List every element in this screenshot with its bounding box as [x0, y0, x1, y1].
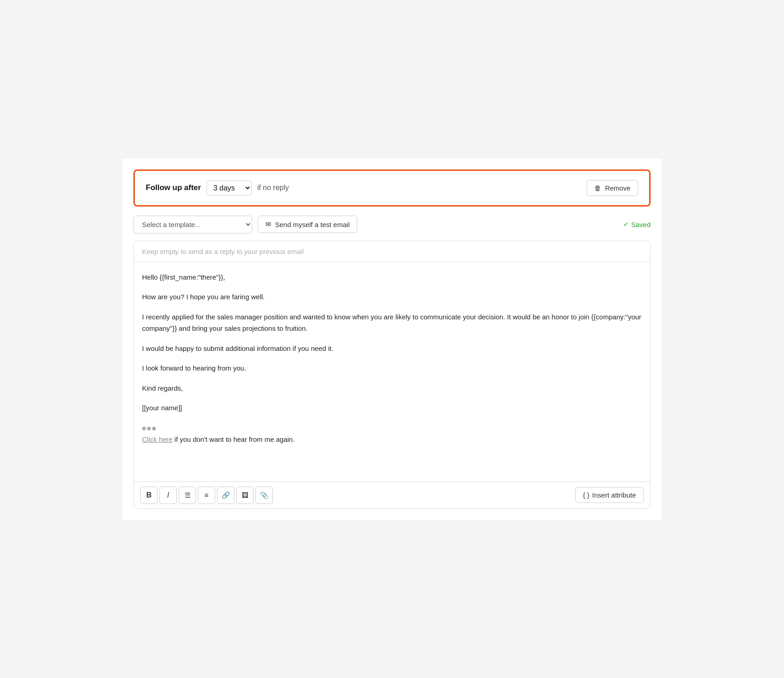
followup-bar: Follow up after 1 day 2 days 3 days 5 da… [133, 170, 651, 207]
body-line-5: I look forward to hearing from you. [142, 362, 642, 374]
signature-dots [142, 427, 156, 430]
body-line-4: I would be happy to submit additional in… [142, 343, 642, 355]
body-line-1: Hello {{first_name:"there"}}, [142, 271, 642, 283]
editor-toolbar: B I ☰ ≡ 🔗 🖼 📎 [134, 482, 650, 508]
envelope-icon: ✉ [265, 220, 271, 228]
page-wrapper: Follow up after 1 day 2 days 3 days 5 da… [122, 159, 662, 520]
dot-3 [152, 427, 156, 430]
trash-icon: 🗑 [594, 184, 601, 192]
insert-attribute-button[interactable]: { } Insert attribute [575, 487, 644, 503]
toolbar-left: B I ☰ ≡ 🔗 🖼 📎 [140, 487, 273, 504]
email-body[interactable]: Hello {{first_name:"there"}}, How are yo… [134, 262, 650, 482]
attachment-icon: 📎 [260, 491, 269, 499]
template-select[interactable]: Select a template... [133, 216, 252, 233]
followup-label: Follow up after [146, 183, 201, 192]
check-icon: ✓ [623, 220, 629, 228]
if-no-reply-label: if no reply [257, 184, 289, 192]
test-email-button[interactable]: ✉ Send myself a test email [258, 216, 357, 233]
unsubscribe-text: if you don't want to hear from me again. [175, 435, 295, 443]
ordered-list-icon: ≡ [205, 491, 209, 499]
days-select[interactable]: 1 day 2 days 3 days 5 days 7 days 14 day… [207, 180, 252, 196]
attachment-button[interactable]: 📎 [255, 487, 273, 504]
image-icon: 🖼 [242, 491, 249, 499]
unsubscribe-link[interactable]: Click here [142, 435, 173, 443]
ordered-list-button[interactable]: ≡ [198, 487, 215, 504]
italic-button[interactable]: I [159, 487, 177, 504]
body-line-3: I recently applied for the sales manager… [142, 311, 642, 334]
dot-1 [142, 427, 146, 430]
subject-placeholder: Keep empty to send as a reply to your pr… [142, 248, 304, 255]
bullet-list-button[interactable]: ☰ [179, 487, 196, 504]
email-editor: Keep empty to send as a reply to your pr… [133, 241, 651, 509]
saved-label: Saved [631, 221, 651, 228]
link-button[interactable]: 🔗 [217, 487, 234, 504]
body-line-6: Kind regards, [142, 382, 642, 394]
body-line-7: [[your name]] [142, 402, 642, 414]
bullet-list-icon: ☰ [185, 491, 191, 499]
remove-label: Remove [605, 184, 630, 192]
insert-attribute-label: Insert attribute [592, 491, 636, 499]
unsubscribe-line: Click here if you don't want to hear fro… [142, 434, 642, 445]
followup-left: Follow up after 1 day 2 days 3 days 5 da… [146, 180, 289, 196]
link-icon: 🔗 [222, 491, 230, 499]
test-email-label: Send myself a test email [275, 221, 350, 228]
curly-braces-icon: { } [583, 491, 589, 499]
dot-2 [147, 427, 151, 430]
remove-button[interactable]: 🗑 Remove [587, 180, 638, 196]
bold-button[interactable]: B [140, 487, 158, 504]
italic-icon: I [167, 491, 169, 499]
body-line-2: How are you? I hope you are faring well. [142, 291, 642, 303]
saved-status: ✓ Saved [623, 220, 651, 228]
image-button[interactable]: 🖼 [236, 487, 254, 504]
subject-area[interactable]: Keep empty to send as a reply to your pr… [134, 241, 650, 262]
bold-icon: B [146, 491, 152, 499]
template-row: Select a template... ✉ Send myself a tes… [133, 216, 651, 233]
